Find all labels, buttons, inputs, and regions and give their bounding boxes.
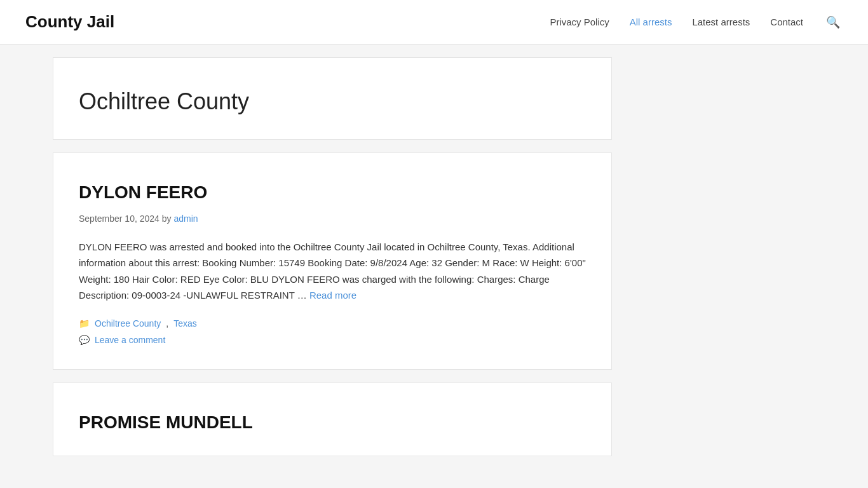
sidebar [637, 57, 815, 469]
search-button[interactable]: 🔍 [824, 13, 843, 32]
site-header: County Jail Privacy Policy All arrests L… [0, 0, 868, 44]
nav-contact[interactable]: Contact [770, 15, 803, 30]
article-title: DYLON FEERO [79, 179, 586, 207]
article-title-link-2[interactable]: PROMISE MUNDELL [79, 412, 253, 432]
article-title-2: PROMISE MUNDELL [79, 409, 586, 437]
article-dylon-feero: DYLON FEERO September 10, 2024 by admin … [53, 152, 612, 370]
main-content: Ochiltree County DYLON FEERO September 1… [53, 44, 612, 469]
article-promise-mundell: PROMISE MUNDELL [53, 383, 612, 457]
category-ochiltree[interactable]: Ochiltree County [95, 316, 161, 330]
article-title-link[interactable]: DYLON FEERO [79, 182, 207, 202]
article-date: September 10, 2024 [79, 214, 159, 224]
leave-comment-link[interactable]: Leave a comment [95, 333, 165, 347]
read-more-link[interactable]: Read more [309, 290, 356, 301]
search-icon: 🔍 [826, 16, 840, 29]
article-meta: September 10, 2024 by admin [79, 212, 586, 226]
nav-all-arrests[interactable]: All arrests [630, 15, 672, 30]
categories-row: 📁 Ochiltree County, Texas [79, 316, 586, 330]
comment-icon: 💬 [79, 333, 90, 347]
page-title: Ochiltree County [79, 83, 586, 120]
page-header-section: Ochiltree County [53, 57, 612, 140]
article-author-link[interactable]: admin [173, 214, 198, 224]
category-texas[interactable]: Texas [173, 316, 197, 330]
entry-footer: 📁 Ochiltree County, Texas 💬 Leave a comm… [79, 316, 586, 348]
main-nav: Privacy Policy All arrests Latest arrest… [550, 13, 843, 32]
comments-row: 💬 Leave a comment [79, 333, 586, 347]
article-by: by [162, 214, 174, 224]
article-excerpt: DYLON FEERO was arrested and booked into… [79, 239, 586, 304]
folder-icon: 📁 [79, 316, 90, 330]
nav-privacy-policy[interactable]: Privacy Policy [550, 15, 609, 30]
nav-latest-arrests[interactable]: Latest arrests [692, 15, 750, 30]
site-logo[interactable]: County Jail [25, 9, 114, 36]
